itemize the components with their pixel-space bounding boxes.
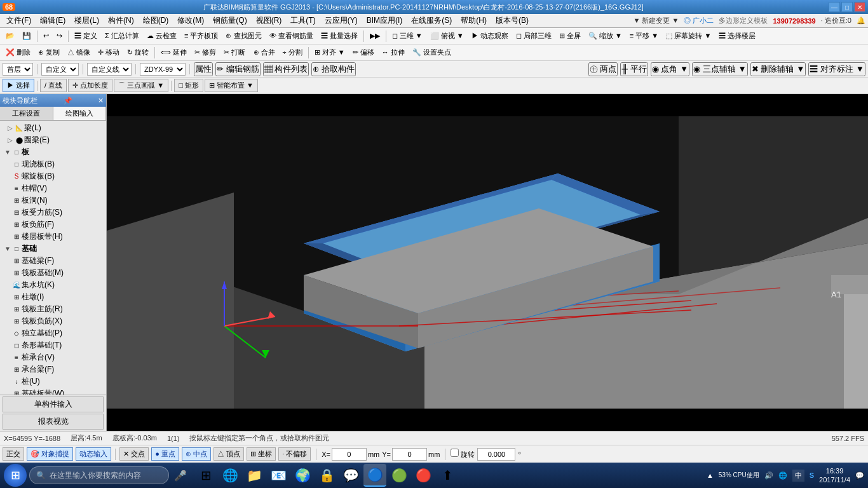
open-button[interactable]: 📂 <box>3 30 18 41</box>
single-component-button[interactable]: 单构件输入 <box>3 396 104 412</box>
ime-label[interactable]: 中 <box>792 470 804 482</box>
property-button[interactable]: 属性 <box>194 62 213 76</box>
menu-cloud[interactable]: 云应用(Y) <box>321 14 362 27</box>
tree-item-pile-cap[interactable]: ≡ 桩承台(V) <box>1 351 105 363</box>
ie-icon[interactable]: 🌍 <box>291 464 314 487</box>
batch-select-button[interactable]: ☰ 批量选择 <box>318 30 361 42</box>
find-element-button[interactable]: ⊕ 查找图元 <box>222 30 264 42</box>
start-button[interactable]: ⊞ <box>4 464 27 487</box>
orbit-button[interactable]: ▶ 动态观察 <box>468 30 512 42</box>
maximize-button[interactable]: □ <box>841 2 853 12</box>
align-button[interactable]: ⊞ 对齐 ▼ <box>311 46 348 58</box>
expand-ring-beam-icon[interactable]: ▷ <box>6 137 14 144</box>
save-button[interactable]: 💾 <box>19 30 34 41</box>
mail-icon[interactable]: 📧 <box>267 464 290 487</box>
explorer-icon[interactable]: 📁 <box>243 464 266 487</box>
tree-item-indep-found[interactable]: ◇ 独立基础(P) <box>1 327 105 339</box>
tree-item-raft[interactable]: ⊞ 筏板基础(M) <box>1 267 105 279</box>
mic-icon[interactable]: 🎤 <box>174 470 187 482</box>
tree-item-strip-found[interactable]: ◻ 条形基础(T) <box>1 339 105 351</box>
chat-icon[interactable]: 💬 <box>339 464 362 487</box>
point-len-button[interactable]: ✛ 点加长度 <box>68 79 112 92</box>
menu-version[interactable]: 版本号(B) <box>492 14 532 27</box>
tree-item-ring-beam[interactable]: ▷ ⬤ 圈梁(E) <box>1 134 105 146</box>
tree-item-found-band[interactable]: ⊞ 基础板带(W) <box>1 388 105 395</box>
align-top-button[interactable]: ≡ 平齐板顶 <box>181 30 221 42</box>
volume-icon[interactable]: 🔊 <box>764 471 773 480</box>
menu-draw[interactable]: 绘图(D) <box>139 14 173 27</box>
cloud-check-button[interactable]: ☁ 云检查 <box>144 30 180 42</box>
midpoint-snap-button[interactable]: ● 重点 <box>151 447 179 461</box>
rotate-button[interactable]: ↻ 旋转 <box>124 46 152 58</box>
define-button[interactable]: ☰ 定义 <box>71 30 100 42</box>
break-button[interactable]: ✂ 打断 <box>220 46 248 58</box>
3d-button[interactable]: ◻ 三维 ▼ <box>389 30 426 42</box>
app-icon-3[interactable]: 🔴 <box>412 464 435 487</box>
del-aux-button[interactable]: ✖ 删除辅轴 ▼ <box>750 62 806 76</box>
grip-button[interactable]: 🔧 设置夹点 <box>409 46 454 58</box>
three-point-axis-button[interactable]: ◉ 三点辅轴 ▼ <box>692 62 748 76</box>
coord-snap-button[interactable]: ⊞ 坐标 <box>247 447 276 461</box>
copy-button[interactable]: ⊕ 复制 <box>35 46 63 58</box>
top-view-button[interactable]: ⬜ 俯视 ▼ <box>427 30 467 42</box>
tray-up-icon[interactable]: ▲ <box>707 471 714 479</box>
taskview-button[interactable]: ⊞ <box>194 464 217 487</box>
delete-button[interactable]: ❌ 删除 <box>3 46 34 58</box>
menu-bim[interactable]: BIM应用(I) <box>363 14 407 27</box>
sogou-icon[interactable]: S <box>810 471 814 479</box>
zoom-button[interactable]: 🔍 缩放 ▼ <box>585 30 625 42</box>
app-icon-2[interactable]: 🟢 <box>388 464 410 487</box>
tree-item-cap-beam[interactable]: ⊞ 承台梁(F) <box>1 363 105 376</box>
tree-item-slab-hole[interactable]: ⊞ 板洞(N) <box>1 194 105 207</box>
viewport[interactable]: A1 <box>107 94 868 431</box>
select-floor-button[interactable]: ☰ 选择楼层 <box>715 30 759 42</box>
minimize-button[interactable]: — <box>829 2 840 12</box>
tree-item-beam[interactable]: ▷ 📐 梁(L) <box>1 122 105 134</box>
y-input[interactable] <box>392 448 427 461</box>
new-build-btn[interactable]: ▼ 新建变更 ▼ <box>633 16 679 25</box>
code-selector[interactable]: ZDYX-99 <box>140 63 186 76</box>
extend-button[interactable]: ⟺ 延伸 <box>158 46 190 58</box>
security-icon[interactable]: 🔒 <box>315 464 338 487</box>
tab-draw-input[interactable]: 绘图输入 <box>53 107 107 120</box>
split-button[interactable]: ÷ 分割 <box>280 46 306 58</box>
local-3d-button[interactable]: ◻ 局部三维 <box>513 30 555 42</box>
trim-button[interactable]: ✂ 修剪 <box>191 46 219 58</box>
two-point-button[interactable]: ㊉ 两点 <box>588 62 618 76</box>
panel-pin-icon[interactable]: 📌 <box>64 97 72 105</box>
move-button[interactable]: ✛ 移动 <box>95 46 123 58</box>
line-draw-button[interactable]: / 直线 <box>40 79 67 92</box>
tree-item-spiral-slab[interactable]: S 螺旋板(B) <box>1 170 105 182</box>
app-icon-4[interactable]: ⬆ <box>436 464 459 487</box>
tree-item-cast-slab[interactable]: □ 现浇板(B) <box>1 158 105 170</box>
app-icon-1[interactable]: 🔵 <box>363 464 386 487</box>
rotate-checkbox[interactable] <box>451 449 459 457</box>
tree-item-raft-main-rebar[interactable]: ⊞ 筏板主筋(R) <box>1 303 105 315</box>
menu-floor[interactable]: 楼层(L) <box>71 14 103 27</box>
ortho-button[interactable]: 正交 <box>3 447 24 461</box>
tree-item-col-cap[interactable]: ≡ 柱帽(V) <box>1 182 105 194</box>
dynamic-input-button[interactable]: 动态输入 <box>76 447 111 461</box>
stretch-button[interactable]: ↔ 拉伸 <box>379 46 408 58</box>
pick-component-button[interactable]: ⊕ 拾取构件 <box>311 62 356 76</box>
rotate-input[interactable] <box>477 448 515 461</box>
x-input[interactable] <box>332 448 367 461</box>
undo-button[interactable]: ↩ <box>40 30 52 41</box>
no-offset-button[interactable]: · 不偏移 <box>278 447 311 461</box>
pan-button[interactable]: ≡ 平移 ▼ <box>627 30 661 42</box>
intersect-snap-button[interactable]: ✕ 交点 <box>119 447 149 461</box>
more-button[interactable]: ▶▶ <box>367 30 383 41</box>
tree-item-raft-neg-rebar[interactable]: ⊞ 筏板负筋(X) <box>1 315 105 327</box>
notification-icon[interactable]: 💬 <box>855 471 864 480</box>
tree-item-foundation-group[interactable]: ▼ □ 基础 <box>1 243 105 255</box>
screen-rotate-button[interactable]: ⬚ 屏幕旋转 ▼ <box>663 30 714 42</box>
menu-modify[interactable]: 修改(M) <box>173 14 208 27</box>
expand-foundation-icon[interactable]: ▼ <box>4 245 11 252</box>
parallel-button[interactable]: ╫ 平行 <box>620 62 648 76</box>
select-mode-button[interactable]: ▶ 选择 <box>3 79 34 92</box>
point-angle-button[interactable]: ◉ 点角 ▼ <box>651 62 690 76</box>
tree-item-pile[interactable]: ↓ 桩(U) <box>1 376 105 388</box>
clock-display[interactable]: 16:39 2017/11/4 <box>819 466 850 485</box>
tree-item-sump[interactable]: 🌊 集水坑(K) <box>1 279 105 291</box>
network-icon[interactable]: 🌐 <box>778 471 787 480</box>
